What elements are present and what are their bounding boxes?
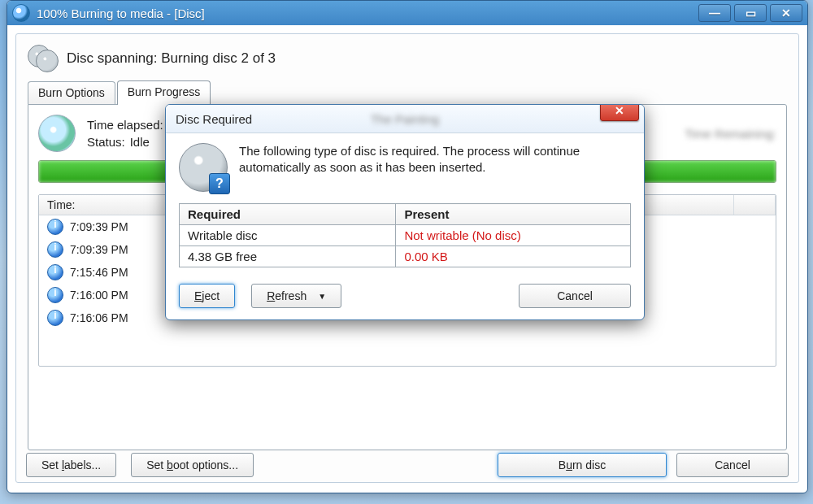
modal-cancel-button[interactable]: Cancel: [519, 284, 631, 308]
time-remaining-label: Time Remaining:: [685, 127, 776, 141]
question-badge-icon: ?: [209, 173, 230, 194]
eject-button[interactable]: Eject: [179, 284, 235, 308]
disc-question-icon: ?: [179, 143, 228, 192]
present-cell: 0.00 KB: [396, 246, 631, 267]
info-icon: [47, 310, 63, 326]
modal-buttons: Eject Refresh ▼ Cancel: [179, 284, 631, 308]
tab-burn-progress[interactable]: Burn Progress: [117, 80, 211, 105]
log-col-time: Time:: [39, 195, 170, 215]
log-col-end: [734, 195, 776, 215]
maximize-button[interactable]: ▭: [734, 4, 767, 22]
required-cell: Writable disc: [180, 225, 396, 246]
tab-row: Burn Options Burn Progress: [28, 80, 787, 104]
tab-burn-options[interactable]: Burn Options: [28, 81, 115, 104]
window-title: 100% Burning to media - [Disc]: [37, 7, 695, 20]
discs-icon: [28, 45, 59, 72]
burn-disc-button[interactable]: Burn disc: [498, 453, 667, 477]
progress-disc-icon: [38, 115, 76, 152]
info-icon: [47, 264, 63, 280]
requirements-table: Required Present Writable discNot writab…: [179, 203, 631, 267]
info-icon: [47, 219, 63, 235]
modal-title-blur: The Painting: [371, 112, 439, 126]
status-label: Status:: [87, 135, 125, 149]
chevron-down-icon: ▼: [318, 292, 326, 301]
modal-wrap: Disc Required The Painting ✕ ? The follo…: [165, 104, 645, 320]
table-row: Writable discNot writable (No disc): [180, 225, 631, 246]
disc-required-dialog: Disc Required The Painting ✕ ? The follo…: [165, 104, 645, 320]
status-value: Idle: [130, 135, 150, 149]
bottom-bar: Set labels... Set boot options... Burn d…: [26, 453, 789, 477]
spanning-text: Disc spanning: Burning disc 2 of 3: [67, 50, 276, 67]
minimize-button[interactable]: —: [698, 4, 731, 22]
present-header: Present: [396, 204, 631, 225]
set-boot-options-button[interactable]: Set boot options...: [131, 453, 254, 477]
close-icon: ✕: [615, 104, 624, 117]
spanning-header: Disc spanning: Burning disc 2 of 3: [28, 42, 787, 75]
close-button[interactable]: ✕: [770, 4, 802, 22]
present-cell: Not writable (No disc): [396, 225, 631, 246]
time-elapsed-label: Time elapsed:: [87, 118, 163, 132]
set-labels-button[interactable]: Set labels...: [26, 453, 116, 477]
info-icon: [47, 241, 63, 258]
app-icon: [12, 4, 30, 22]
progress-info: Time elapsed: Status: Idle: [87, 118, 163, 149]
modal-titlebar: Disc Required The Painting ✕: [166, 105, 644, 133]
info-icon: [47, 287, 63, 303]
req-header: Required: [180, 204, 396, 225]
modal-title: Disc Required: [176, 112, 252, 126]
required-cell: 4.38 GB free: [180, 246, 396, 267]
refresh-button[interactable]: Refresh ▼: [251, 284, 341, 308]
titlebar: 100% Burning to media - [Disc] — ▭ ✕: [7, 1, 807, 25]
modal-message: The following type of disc is required. …: [239, 143, 631, 192]
table-row: 4.38 GB free0.00 KB: [180, 246, 631, 267]
modal-close-button[interactable]: ✕: [600, 104, 639, 121]
window-buttons: — ▭ ✕: [695, 4, 802, 22]
cancel-button[interactable]: Cancel: [676, 453, 789, 477]
